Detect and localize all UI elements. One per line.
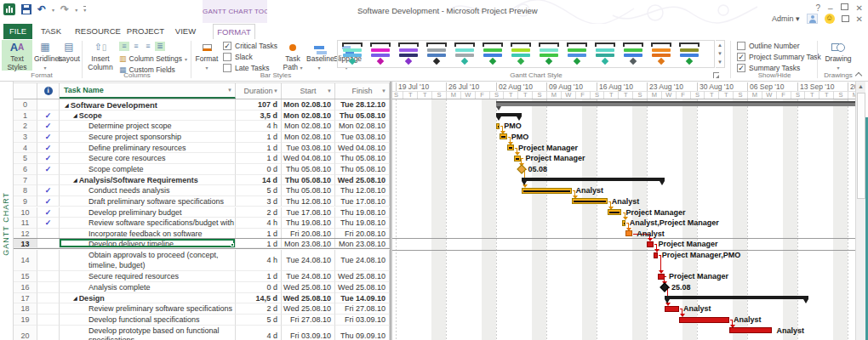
finish-cell[interactable]: Thu 05.08.10 (335, 110, 390, 122)
align-right-icon[interactable]: ≡ (143, 42, 153, 51)
wrap-text-icon[interactable]: ≣ (155, 42, 165, 51)
timescale-week-label[interactable]: 26 Jul '10 (446, 82, 496, 91)
timescale-day-label[interactable]: W (661, 91, 676, 99)
finish-cell[interactable]: Wed 04.08.10 (335, 143, 390, 154)
finish-cell[interactable]: Fri 03.09.10 (335, 314, 390, 326)
drawing-button[interactable]: Drawing▾ (820, 40, 856, 71)
finish-cell[interactable]: Thu 05.08.10 (335, 153, 390, 164)
finish-cell[interactable]: Wed 25.08.10 (335, 271, 390, 282)
scrollbar-thumb[interactable] (857, 93, 865, 199)
start-cell[interactable]: Mon 02.08.10 (282, 121, 335, 132)
project-summary-bar[interactable] (496, 101, 855, 106)
timescale-day-label[interactable]: S (431, 91, 446, 99)
gallery-item-13[interactable] (677, 42, 703, 66)
row-number[interactable]: 9 (14, 196, 37, 207)
corner-cell[interactable] (14, 83, 37, 99)
duration-cell[interactable]: 0 d (236, 164, 282, 175)
show-hide-checkbox-outline-number[interactable]: Outline Number (737, 42, 800, 50)
qat-customize-icon[interactable]: ▾ (83, 6, 86, 13)
duration-cell[interactable]: 2 d (236, 303, 282, 314)
task-name-cell[interactable]: Develop preliminary budget (60, 207, 236, 218)
align-center-icon[interactable]: ≡ (131, 42, 141, 51)
duration-cell[interactable]: 1 d (236, 271, 282, 282)
timescale-day-label[interactable]: F (475, 91, 489, 99)
row-number[interactable]: 19 (14, 314, 37, 326)
task-bar[interactable] (500, 133, 506, 139)
gallery-item-11[interactable] (621, 42, 647, 66)
avatar[interactable] (807, 14, 818, 24)
row-number[interactable]: 4 (14, 143, 37, 154)
app-icon[interactable] (3, 3, 15, 15)
task-bar[interactable] (625, 230, 632, 236)
finish-cell[interactable]: Fri 27.08.10 (335, 303, 390, 314)
timescale-day-label[interactable]: W (460, 91, 475, 99)
column-settings-button[interactable]: ▥ Column Settings▾ (119, 54, 187, 63)
gallery-item-4[interactable] (425, 42, 450, 66)
start-cell[interactable]: Wed 04.08.10 (282, 153, 335, 164)
layout-button[interactable]: ▤ Layout (58, 40, 80, 71)
start-cell[interactable]: Tue 03.08.10 (282, 143, 335, 154)
timescale-day-label[interactable]: S (791, 91, 805, 99)
task-bar[interactable] (665, 306, 679, 312)
task-name-cell[interactable]: Develop prototype based on functional sp… (60, 326, 236, 340)
timescale-day-label[interactable]: F (575, 91, 590, 99)
task-name-column-header[interactable]: Task Name▼ (60, 83, 236, 99)
start-cell[interactable]: Wed 25.08.10 (282, 293, 335, 304)
row-number[interactable]: 10 (14, 207, 37, 218)
bar-styles-checkbox-critical-tasks[interactable]: ✓Critical Tasks (223, 42, 277, 50)
start-cell[interactable]: Wed 25.08.10 (282, 303, 335, 314)
finish-cell[interactable]: Tue 03.08.10 (335, 132, 390, 143)
task-name-cell[interactable]: Secure required resources (60, 271, 236, 282)
row-number[interactable]: 16 (14, 282, 37, 293)
timescale-week-label[interactable]: 09 Aug '10 (546, 82, 597, 91)
row-number[interactable]: 18 (14, 303, 37, 314)
summary-bar[interactable] (665, 296, 808, 299)
task-name-cell[interactable]: Secure core resources (60, 153, 236, 164)
timescale-week-label[interactable]: 30 Aug '10 (697, 82, 747, 91)
restore-button[interactable] (841, 3, 848, 10)
gallery-dialog-launcher-icon[interactable] (713, 72, 719, 78)
timescale-week-label[interactable]: 02 Aug '10 (496, 82, 546, 91)
task-name-cell[interactable]: Review software specifications/budget wi… (60, 218, 236, 229)
start-cell[interactable]: Tue 24.08.10 (282, 250, 335, 271)
timescale-day-label[interactable]: S (733, 91, 747, 99)
task-bar[interactable] (679, 317, 729, 323)
task-name-cell[interactable]: ◢Analysis/Software Requirements (60, 175, 236, 186)
align-left-icon[interactable]: ≡ (119, 42, 129, 51)
duration-cell[interactable]: 3,5 d (236, 110, 282, 122)
duration-cell[interactable]: 4 h (236, 218, 282, 229)
task-name-cell[interactable]: Develop delivery timeline (60, 239, 236, 248)
task-name-cell[interactable]: ◢Software Development (60, 99, 236, 110)
start-cell[interactable]: Fri 27.08.10 (282, 314, 335, 326)
timescale-day-label[interactable]: M (546, 91, 561, 99)
baseline-button[interactable]: Baseline▾ (306, 40, 332, 71)
task-bar[interactable] (572, 198, 608, 204)
timescale-week-label[interactable]: 06 Sep '10 (747, 82, 797, 91)
close-icon[interactable]: ✕ (856, 14, 863, 24)
start-cell[interactable]: Mon 02.08.10 (282, 99, 335, 110)
row-number[interactable]: 0 (14, 99, 37, 110)
task-bar[interactable] (496, 123, 500, 129)
redo-icon[interactable]: ↷ (60, 3, 69, 15)
start-cell[interactable]: Thu 05.08.10 (282, 175, 335, 186)
timescale-day-label[interactable]: T (517, 91, 532, 99)
tab-view[interactable]: VIEW (172, 24, 199, 39)
finish-column-header[interactable]: Finish▼ (335, 83, 390, 99)
timescale-day-label[interactable]: S (833, 91, 848, 99)
tab-resource[interactable]: RESOURCE (75, 24, 117, 39)
timescale-day-label[interactable]: M (747, 91, 762, 99)
task-name-cell[interactable]: ◢Design (60, 293, 236, 304)
row-number[interactable]: 20 (14, 326, 37, 340)
task-name-cell[interactable]: Obtain approvals to proceed (concept, ti… (60, 250, 236, 271)
duration-cell[interactable]: 5 d (236, 185, 282, 196)
gallery-item-10[interactable] (593, 42, 619, 66)
ribbon-display-button[interactable] (842, 15, 849, 22)
task-bar[interactable] (507, 144, 514, 150)
duration-cell[interactable]: 4 d (236, 326, 282, 340)
timescale-week-label[interactable]: 23 Aug '10 (647, 82, 697, 91)
finish-cell[interactable]: Mon 23.08.10 (335, 239, 390, 248)
duration-cell[interactable]: 1 d (236, 143, 282, 154)
timescale-day-label[interactable]: S (489, 91, 504, 99)
finish-cell[interactable]: Thu 12.08.10 (335, 185, 390, 196)
timescale-day-label[interactable]: T (503, 91, 517, 99)
